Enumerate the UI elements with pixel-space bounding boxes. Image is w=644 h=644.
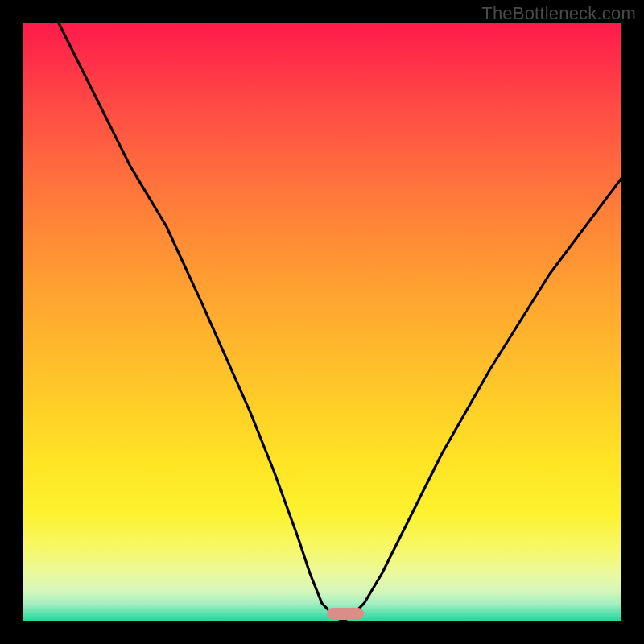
bottleneck-curve <box>23 23 621 621</box>
chart-frame: TheBottleneck.com <box>0 0 644 644</box>
optimal-marker <box>327 608 364 620</box>
plot-area <box>23 23 621 621</box>
watermark-text: TheBottleneck.com <box>481 3 636 24</box>
